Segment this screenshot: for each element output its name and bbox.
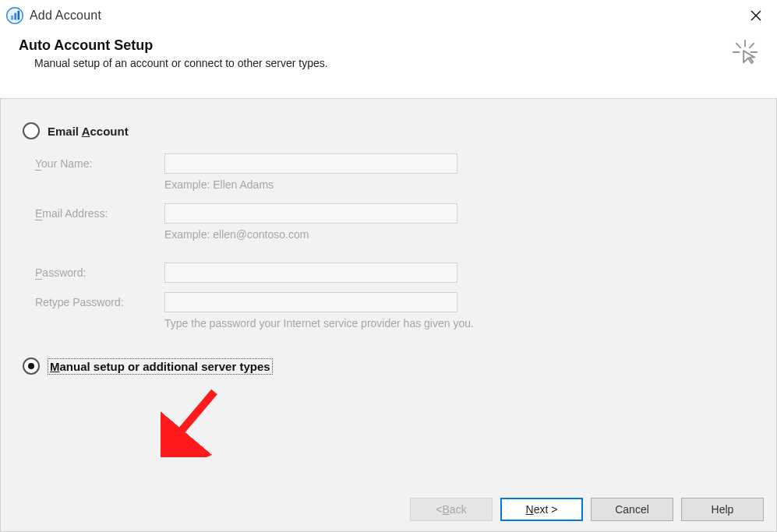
header-subtitle: Manual setup of an account or connect to… (34, 57, 328, 69)
password-input (164, 262, 457, 283)
svg-line-9 (736, 44, 741, 48)
header-title: Auto Account Setup (19, 37, 328, 54)
radio-label: Email Account (48, 125, 129, 138)
your-name-hint: Example: Ellen Adams (164, 178, 274, 191)
window-title: Add Account (30, 9, 101, 23)
close-icon (751, 10, 761, 21)
app-icon (6, 7, 23, 24)
email-hint: Example: ellen@contoso.com (164, 228, 309, 241)
wizard-body: Email Account Your Name: Example: Ellen … (0, 99, 777, 500)
your-name-input (164, 153, 457, 174)
retype-password-label: Retype Password: (35, 296, 124, 308)
radio-label: Manual setup or additional server types (48, 358, 273, 375)
wizard-footer: < Back Next > Cancel Help (0, 487, 777, 532)
add-account-dialog: Add Account Auto Account Setup Manual se… (0, 0, 777, 532)
help-button[interactable]: Help (681, 498, 764, 521)
svg-line-13 (172, 392, 214, 442)
password-label: Password: (35, 266, 86, 280)
email-input (164, 203, 457, 224)
annotation-arrow-icon (161, 387, 223, 457)
wizard-header: Auto Account Setup Manual setup of an ac… (0, 31, 777, 99)
radio-email-account[interactable]: Email Account (23, 122, 754, 139)
radio-icon (23, 358, 40, 375)
email-label: Email Address: (35, 207, 108, 220)
titlebar: Add Account (0, 0, 777, 31)
cancel-button[interactable]: Cancel (591, 498, 673, 521)
close-button[interactable] (738, 4, 774, 27)
back-button: < Back (410, 498, 493, 521)
email-form-area: Your Name: Example: Ellen Adams Email Ad… (35, 153, 754, 329)
svg-rect-2 (14, 13, 16, 20)
radio-manual-setup[interactable]: Manual setup or additional server types (23, 358, 754, 375)
next-button[interactable]: Next > (500, 498, 583, 521)
radio-icon (23, 122, 40, 139)
retype-password-input (164, 292, 457, 312)
wizard-cursor-icon (732, 39, 758, 65)
password-hint: Type the password your Internet service … (164, 317, 474, 329)
svg-rect-3 (17, 11, 19, 20)
your-name-label: Your Name: (35, 157, 92, 171)
svg-line-10 (750, 44, 754, 48)
svg-rect-1 (11, 16, 13, 20)
